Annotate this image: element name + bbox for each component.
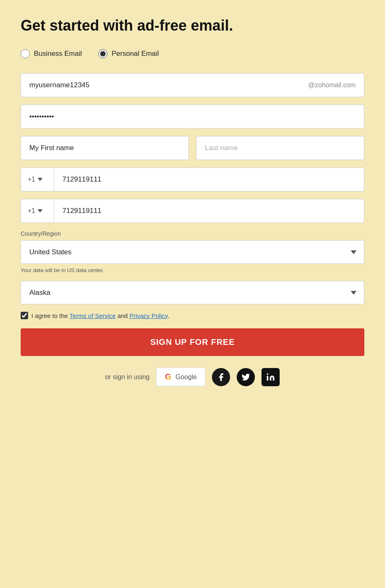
first-name-input[interactable]: My First name [21,136,189,160]
google-label: Google [176,373,197,381]
twitter-signin-button[interactable] [237,368,255,386]
terms-checkbox[interactable] [21,312,28,319]
google-signin-button[interactable]: G Google [156,368,205,386]
business-email-option[interactable]: Business Email [21,49,82,58]
username-input[interactable]: myusername12345 [21,74,308,97]
privacy-policy-link[interactable]: Privacy Policy [129,312,167,319]
personal-email-radio[interactable] [98,49,107,58]
facebook-signin-button[interactable] [212,368,230,386]
phone-code-dropdown-1[interactable]: +1 [21,168,54,191]
or-text: or sign in using [105,373,150,381]
terms-text: I agree to the Terms of Service and Priv… [31,312,169,319]
username-domain: @zohomail.com [308,81,364,89]
password-group [21,105,364,129]
country-label: Country/Region [21,230,364,237]
personal-email-label: Personal Email [112,50,159,58]
phone-number-input-2[interactable]: 7129119111 [54,199,364,222]
phone-group-1: +1 7129119111 [21,167,364,191]
data-center-note: Your data will be in US data center. [21,267,364,273]
business-email-label: Business Email [34,50,82,58]
state-group: Alaska Alabama Arizona Arkansas Californ… [21,281,364,304]
username-wrapper: myusername12345 @zohomail.com [21,73,364,97]
signup-button[interactable]: SIGN UP FOR FREE [21,328,364,356]
terms-of-service-link[interactable]: Terms of Service [69,312,116,319]
username-group: myusername12345 @zohomail.com [21,73,364,97]
phone-code-chevron-2 [38,209,43,213]
phone-code-dropdown-2[interactable]: +1 [21,200,54,222]
phone-wrapper-1: +1 7129119111 [21,167,364,191]
state-select[interactable]: Alaska Alabama Arizona Arkansas Californ… [21,281,364,304]
personal-email-option[interactable]: Personal Email [98,49,159,58]
state-select-wrapper: Alaska Alabama Arizona Arkansas Californ… [21,281,364,304]
or-signin-section: or sign in using G Google [21,368,364,386]
page-title: Get started with ad-free email. [21,17,364,34]
phone-code-chevron-1 [38,178,43,181]
svg-point-1 [267,373,269,375]
phone-group-2: +1 7129119111 [21,199,364,223]
email-type-group: Business Email Personal Email [21,49,364,58]
country-select[interactable]: United States Canada United Kingdom Aust… [21,241,364,263]
svg-rect-0 [267,376,269,380]
terms-row: I agree to the Terms of Service and Priv… [21,312,364,319]
country-group: Country/Region United States Canada Unit… [21,230,364,273]
business-email-radio[interactable] [21,49,30,58]
password-input[interactable] [21,105,364,129]
phone-number-input-1[interactable]: 7129119111 [54,168,364,191]
country-select-wrapper: United States Canada United Kingdom Aust… [21,240,364,264]
phone-code-text-2: +1 [28,207,35,215]
phone-code-text-1: +1 [28,176,35,183]
linkedin-signin-button[interactable] [261,368,280,386]
last-name-input[interactable] [196,136,364,160]
name-group: My First name [21,136,364,160]
google-g-icon: G [165,372,171,382]
phone-wrapper-2: +1 7129119111 [21,199,364,223]
